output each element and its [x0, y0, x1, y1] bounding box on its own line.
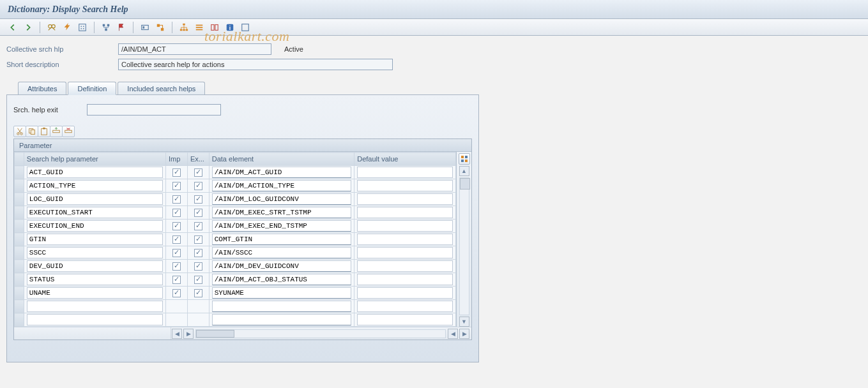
- short-desc-field[interactable]: [118, 59, 393, 70]
- default-value-field[interactable]: [357, 314, 453, 325]
- scroll-right-icon[interactable]: ▶: [183, 329, 194, 339]
- default-value-field[interactable]: [357, 260, 453, 272]
- data-element-field[interactable]: [212, 167, 352, 178]
- row-handle[interactable]: [15, 300, 24, 313]
- import-checkbox[interactable]: [172, 249, 181, 257]
- data-element-field[interactable]: [212, 234, 352, 245]
- import-checkbox[interactable]: [172, 235, 181, 244]
- row-handle[interactable]: [15, 179, 24, 193]
- data-element-field[interactable]: [212, 220, 352, 232]
- data-element-field[interactable]: [212, 207, 352, 218]
- cut-icon[interactable]: [13, 126, 26, 137]
- default-value-field[interactable]: [357, 193, 453, 205]
- other-object-button[interactable]: [139, 21, 151, 34]
- row-handle-header[interactable]: [15, 153, 24, 166]
- row-handle[interactable]: [15, 246, 24, 260]
- row-handle[interactable]: [15, 220, 24, 233]
- param-name-field[interactable]: [27, 314, 163, 325]
- check-button[interactable]: [76, 21, 89, 34]
- param-name-field[interactable]: [27, 193, 163, 205]
- info-button[interactable]: i: [224, 21, 236, 34]
- srch-help-exit-field[interactable]: [87, 104, 221, 116]
- row-handle[interactable]: [15, 260, 24, 273]
- export-cell[interactable]: [187, 300, 209, 313]
- data-element-field[interactable]: [212, 301, 352, 312]
- import-checkbox[interactable]: [172, 222, 181, 230]
- param-name-field[interactable]: [27, 260, 163, 272]
- export-checkbox[interactable]: [194, 235, 202, 244]
- default-value-field[interactable]: [357, 220, 453, 232]
- default-value-field[interactable]: [357, 301, 453, 312]
- copy-icon[interactable]: [26, 126, 38, 137]
- import-checkbox[interactable]: [172, 168, 181, 177]
- default-value-field[interactable]: [357, 180, 453, 191]
- tab-definition[interactable]: Definition: [68, 82, 116, 95]
- display-change-button[interactable]: [45, 21, 58, 34]
- scroll-right2-icon[interactable]: ▶: [459, 329, 469, 339]
- import-checkbox[interactable]: [172, 209, 181, 217]
- scroll-track[interactable]: [459, 177, 469, 315]
- import-checkbox[interactable]: [172, 262, 181, 271]
- scroll-left2-icon[interactable]: ◀: [448, 329, 458, 339]
- import-cell[interactable]: [166, 300, 188, 313]
- flag-button[interactable]: [115, 21, 128, 34]
- back-button[interactable]: [6, 21, 19, 34]
- row-handle[interactable]: [15, 166, 24, 179]
- data-element-field[interactable]: [212, 287, 352, 299]
- table-horizontal-scrollbar[interactable]: ◀ ▶ ◀ ▶: [14, 327, 471, 340]
- table-vertical-scrollbar[interactable]: ▲ ▼: [456, 152, 471, 327]
- import-checkbox[interactable]: [172, 276, 181, 284]
- col-header-param[interactable]: Search help parameter: [24, 153, 165, 166]
- import-cell[interactable]: [166, 313, 188, 327]
- param-name-field[interactable]: [27, 167, 163, 178]
- where-used-button[interactable]: [100, 21, 112, 34]
- row-handle[interactable]: [15, 193, 24, 206]
- export-checkbox[interactable]: [194, 289, 202, 297]
- hscroll-thumb[interactable]: [196, 330, 234, 338]
- param-name-field[interactable]: [27, 220, 163, 232]
- default-value-field[interactable]: [357, 167, 453, 178]
- row-handle[interactable]: [15, 313, 24, 327]
- param-name-field[interactable]: [27, 301, 163, 312]
- data-element-field[interactable]: [212, 260, 352, 272]
- data-element-field[interactable]: [212, 180, 352, 191]
- row-handle[interactable]: [15, 287, 24, 300]
- table-settings-button[interactable]: [459, 153, 470, 165]
- default-value-field[interactable]: [357, 287, 453, 299]
- export-checkbox[interactable]: [194, 249, 202, 257]
- row-handle[interactable]: [15, 206, 24, 220]
- default-value-field[interactable]: [357, 247, 453, 258]
- export-checkbox[interactable]: [194, 222, 202, 230]
- import-checkbox[interactable]: [172, 195, 181, 204]
- param-name-field[interactable]: [27, 207, 163, 218]
- delete-row-icon[interactable]: [62, 126, 75, 137]
- export-checkbox[interactable]: [194, 195, 202, 204]
- forward-button[interactable]: [22, 21, 34, 34]
- param-name-field[interactable]: [27, 274, 163, 285]
- param-name-field[interactable]: [27, 180, 163, 191]
- default-value-field[interactable]: [357, 234, 453, 245]
- help-button[interactable]: [239, 21, 252, 34]
- col-header-exp[interactable]: Ex...: [187, 153, 209, 166]
- tab-attributes[interactable]: Attributes: [18, 82, 66, 95]
- data-element-field[interactable]: [212, 274, 352, 285]
- scroll-thumb[interactable]: [460, 178, 470, 190]
- param-name-field[interactable]: [27, 287, 163, 299]
- export-checkbox[interactable]: [194, 182, 202, 190]
- param-name-field[interactable]: [27, 247, 163, 258]
- import-checkbox[interactable]: [172, 182, 181, 190]
- hscroll-track[interactable]: [195, 329, 446, 338]
- tab-included-search-helps[interactable]: Included search helps: [118, 82, 205, 95]
- default-value-field[interactable]: [357, 274, 453, 285]
- scroll-down-icon[interactable]: ▼: [459, 317, 469, 327]
- row-handle[interactable]: [15, 233, 24, 246]
- scroll-left-icon[interactable]: ◀: [172, 329, 182, 339]
- param-name-field[interactable]: [27, 234, 163, 245]
- compare-button[interactable]: [208, 21, 221, 34]
- col-header-de[interactable]: Data element: [209, 153, 354, 166]
- row-handle[interactable]: [15, 273, 24, 287]
- collective-srch-hlp-field[interactable]: [118, 43, 271, 55]
- import-checkbox[interactable]: [172, 289, 181, 297]
- activate-button[interactable]: [61, 21, 73, 34]
- export-checkbox[interactable]: [194, 168, 202, 177]
